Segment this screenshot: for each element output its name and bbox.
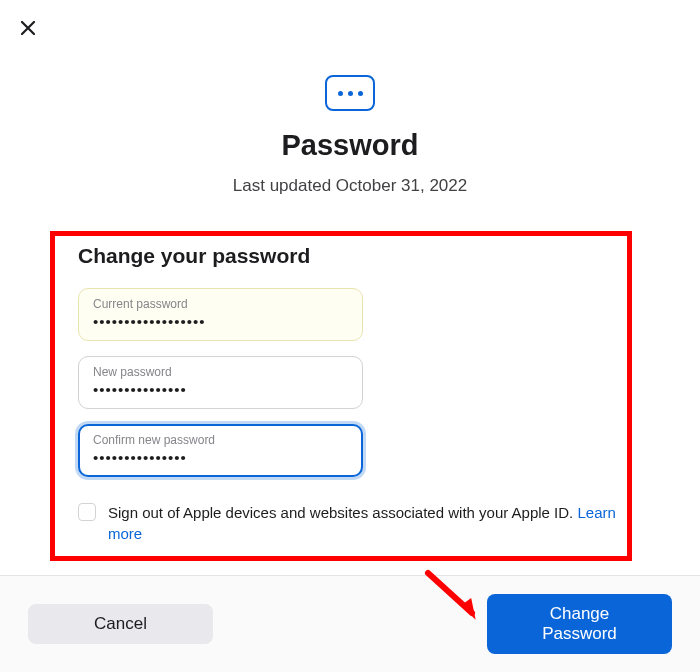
signout-checkbox[interactable] [78, 503, 96, 521]
header: Password Last updated October 31, 2022 [0, 0, 700, 196]
cancel-button[interactable]: Cancel [28, 604, 213, 644]
close-icon [20, 20, 36, 36]
signout-text: Sign out of Apple devices and websites a… [108, 502, 622, 544]
new-password-value: ••••••••••••••• [93, 381, 348, 398]
change-password-button[interactable]: Change Password [487, 594, 672, 654]
last-updated-text: Last updated October 31, 2022 [0, 176, 700, 196]
current-password-label: Current password [93, 297, 348, 311]
confirm-password-field[interactable]: Confirm new password ••••••••••••••• [78, 424, 363, 477]
password-icon [325, 75, 375, 111]
form-title: Change your password [78, 244, 622, 268]
new-password-field[interactable]: New password ••••••••••••••• [78, 356, 363, 409]
page-title: Password [0, 129, 700, 162]
current-password-value: •••••••••••••••••• [93, 313, 348, 330]
close-button[interactable] [18, 18, 38, 38]
footer: Cancel Change Password [0, 575, 700, 672]
new-password-label: New password [93, 365, 348, 379]
confirm-password-value: ••••••••••••••• [93, 449, 348, 466]
signout-option: Sign out of Apple devices and websites a… [78, 492, 622, 544]
current-password-field[interactable]: Current password •••••••••••••••••• [78, 288, 363, 341]
confirm-password-label: Confirm new password [93, 433, 348, 447]
change-password-form: Change your password Current password ••… [0, 226, 700, 544]
